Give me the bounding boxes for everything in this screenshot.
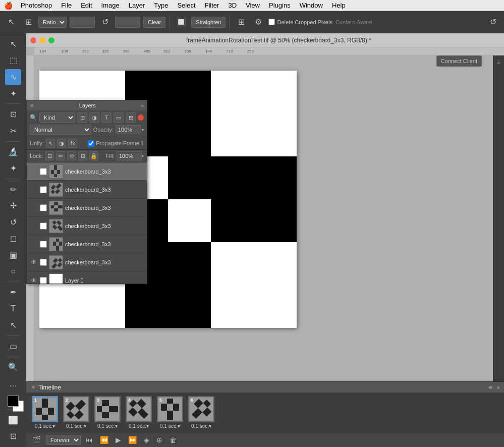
layer-row-6[interactable]: 👁 checkerboard_3x3 <box>27 253 147 271</box>
layer-eye-3[interactable] <box>30 204 38 212</box>
menu-view[interactable]: View <box>242 1 264 10</box>
timeline-frame-6[interactable]: 6 0,1 sec.▾ <box>187 396 216 429</box>
artboard-tool[interactable]: ⊡ <box>5 428 21 444</box>
timeline-frame-1[interactable]: 1 0,1 sec.▾ <box>30 396 60 429</box>
menu-type[interactable]: Type <box>150 1 172 10</box>
layer-eye-2[interactable] <box>30 186 38 194</box>
move-tool-button[interactable]: ↖ <box>4 15 18 29</box>
propagate-frame-label[interactable]: Propagate Frame 1 <box>88 140 144 147</box>
unify-style-button[interactable]: ◑ <box>57 139 66 148</box>
crop-width-input[interactable] <box>70 17 95 28</box>
timeline-prev-frame-button[interactable]: ⏪ <box>98 435 110 445</box>
timeline-expand-button[interactable]: » <box>496 384 500 391</box>
timeline-first-frame-button[interactable]: ⏮ <box>84 435 95 445</box>
fill-input[interactable] <box>117 151 142 160</box>
gradient-tool[interactable]: ▣ <box>5 247 21 263</box>
layer-eye-6[interactable]: 👁 <box>30 258 38 266</box>
frame-duration-5[interactable]: 0,1 sec.▾ <box>160 423 180 429</box>
path-select-tool[interactable]: ↖ <box>5 318 21 333</box>
layer-checkbox-6[interactable] <box>40 259 47 266</box>
menu-photoshop[interactable]: Photoshop <box>17 1 56 10</box>
layer-row-bg[interactable]: 👁 Layer 0 <box>27 271 147 284</box>
clone-stamp-tool[interactable]: ✢ <box>5 198 21 213</box>
filter-pixel-button[interactable]: ⊡ <box>77 113 87 123</box>
pen-tool[interactable]: ✒ <box>5 285 21 300</box>
text-tool[interactable]: T <box>5 301 21 317</box>
history-brush-tool[interactable]: ↺ <box>5 214 21 230</box>
zoom-tool[interactable]: 🔍 <box>5 360 21 375</box>
menu-image[interactable]: Image <box>97 1 124 10</box>
layer-eye-4[interactable] <box>30 222 38 230</box>
timeline-tween-button[interactable]: ◈ <box>142 435 151 445</box>
timeline-frame-2[interactable]: 2 0,1 sec.▾ <box>62 396 91 429</box>
menu-select[interactable]: Select <box>173 1 199 10</box>
frame-thumb-2[interactable]: 2 <box>63 396 89 422</box>
layer-checkbox-bg[interactable] <box>40 277 47 284</box>
move-tool[interactable]: ↖ <box>5 36 21 52</box>
lock-image-button[interactable]: ✏ <box>56 151 65 160</box>
quick-select-tool[interactable]: ✦ <box>5 86 21 101</box>
delete-cropped-checkbox-label[interactable]: Delete Cropped Pixels <box>268 19 332 25</box>
frame-thumb-6[interactable]: 6 <box>188 396 214 422</box>
frame-thumb-1[interactable]: 1 <box>32 396 58 422</box>
settings-icon[interactable]: ⚙ <box>251 15 265 29</box>
menu-3d[interactable]: 3D <box>224 1 241 10</box>
layer-eye-bg[interactable]: 👁 <box>30 276 38 284</box>
layers-filter-select[interactable]: Kind <box>39 113 75 123</box>
crop-height-input[interactable] <box>115 17 140 28</box>
menu-file[interactable]: File <box>57 1 76 10</box>
timeline-add-frame-button[interactable]: 🎬 <box>30 435 43 445</box>
timeline-frame-3[interactable]: 3 0,1 sec.▾ <box>93 396 122 429</box>
timeline-play-button[interactable]: ▶ <box>114 435 123 445</box>
filter-active-indicator[interactable] <box>138 115 144 121</box>
layer-checkbox-2[interactable] <box>40 186 47 193</box>
panel-icon-1[interactable]: ≡ <box>494 58 503 67</box>
lock-transparent-button[interactable]: ⊡ <box>45 151 54 160</box>
layer-checkbox-5[interactable] <box>40 241 47 248</box>
frame-duration-3[interactable]: 0,1 sec.▾ <box>97 423 118 429</box>
lock-position-button[interactable]: ✢ <box>67 151 76 160</box>
unify-position-button[interactable]: ↖ <box>46 139 55 148</box>
layer-row-3[interactable]: checkerboard_3x3 <box>27 199 147 217</box>
crop-option-button[interactable]: ⊞ <box>21 15 35 29</box>
timeline-menu-button[interactable]: ≡ <box>488 383 492 392</box>
filter-adjust-button[interactable]: ◑ <box>89 113 99 123</box>
frame-thumb-3[interactable]: 3 <box>94 396 121 422</box>
layers-panel-close-button[interactable]: ✕ <box>30 103 34 108</box>
layer-row-2[interactable]: checkerboard_3x3 <box>27 181 147 199</box>
menu-help[interactable]: Help <box>328 1 350 10</box>
layer-row-5[interactable]: checkerboard_3x3 <box>27 235 147 253</box>
more-tools-btn[interactable]: … <box>5 376 21 392</box>
grid-icon[interactable]: ⊞ <box>234 15 248 29</box>
slice-tool[interactable]: ✂ <box>5 123 21 139</box>
brush-tool[interactable]: ✏ <box>5 182 21 197</box>
apple-menu[interactable]: 🍎 <box>4 2 13 10</box>
delete-cropped-checkbox[interactable] <box>268 19 275 25</box>
layer-row-4[interactable]: checkerboard_3x3 <box>27 217 147 235</box>
filter-text-button[interactable]: T <box>101 113 111 123</box>
timeline-next-frame-button[interactable]: ⏩ <box>126 435 139 445</box>
frame-thumb-4[interactable]: 4 <box>126 396 152 422</box>
mask-tool[interactable]: ⬜ <box>5 412 21 428</box>
layer-row-1[interactable]: checkerboard_3x3 <box>27 162 147 181</box>
foreground-color-swatch[interactable] <box>8 396 19 407</box>
frame-duration-6[interactable]: 0,1 sec.▾ <box>191 423 211 429</box>
layers-panel-expand-button[interactable]: » <box>141 103 144 108</box>
shape-tool[interactable]: ▭ <box>5 339 21 354</box>
window-maximize-button[interactable] <box>48 37 54 43</box>
clear-button[interactable]: Clear <box>143 17 165 28</box>
frame-duration-1[interactable]: 0,1 sec.▾ <box>35 423 55 429</box>
eyedropper-tool[interactable]: 🔬 <box>5 144 21 160</box>
lock-all-button[interactable]: 🔒 <box>89 151 98 160</box>
eraser-tool[interactable]: ◻ <box>5 231 21 247</box>
unify-fx-button[interactable]: fx <box>68 139 77 148</box>
timeline-delete-frame-button[interactable]: 🗑 <box>167 435 179 445</box>
menu-edit[interactable]: Edit <box>77 1 96 10</box>
layer-eye-5[interactable] <box>30 240 38 248</box>
frame-thumb-5[interactable]: 5 <box>157 396 183 422</box>
lock-artboard-button[interactable]: ⊞ <box>78 151 87 160</box>
menu-plugins[interactable]: Plugins <box>265 1 295 10</box>
dodge-tool[interactable]: ○ <box>5 264 21 280</box>
timeline-duplicate-frame-button[interactable]: ⊕ <box>154 435 164 445</box>
window-close-button[interactable] <box>30 37 36 43</box>
